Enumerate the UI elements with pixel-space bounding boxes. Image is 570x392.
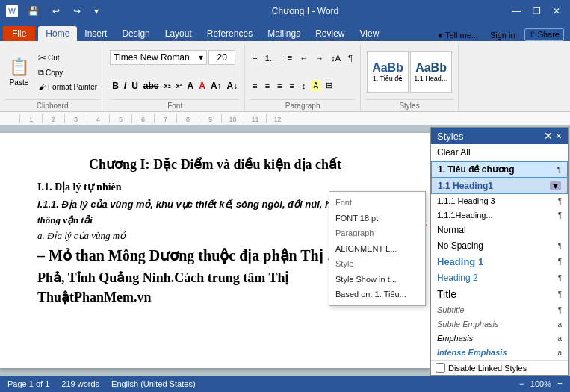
indent-inc-button[interactable]: → — [312, 52, 326, 64]
bold-button[interactable]: B — [110, 80, 121, 92]
numbering-button[interactable]: 1. — [262, 52, 275, 64]
sort-button[interactable]: ↕A — [328, 52, 344, 64]
style-item-intense-em[interactable]: Intense Emphasis a — [431, 346, 568, 360]
style-item-h1[interactable]: Heading 1 ¶ — [431, 254, 568, 270]
align-left-button[interactable]: ≡ — [250, 80, 260, 92]
redo-button[interactable]: ↪ — [69, 4, 84, 18]
tab-design[interactable]: Design — [114, 26, 157, 41]
style-item-heading4[interactable]: 1.1.1Heading... ¶ — [431, 208, 568, 223]
close-button[interactable]: ✕ — [549, 4, 564, 18]
style-item-heading3[interactable]: 1.1.1 Heading 3 ¶ — [431, 194, 568, 208]
format-painter-button[interactable]: 🖌 Format Painter — [35, 81, 100, 93]
share-button[interactable]: ⇧ Share — [524, 28, 564, 41]
font-row2: B I U abc x₂ x² A A A↑ A↓ — [110, 72, 240, 99]
zoom-level: 100% — [530, 379, 551, 388]
paragraph-label: Paragraph — [250, 99, 356, 111]
tab-references[interactable]: References — [199, 26, 260, 41]
tab-review[interactable]: Review — [308, 26, 352, 41]
zoom-out-button[interactable]: − — [519, 379, 524, 389]
clear-all-button[interactable]: Clear All — [431, 144, 568, 161]
subscript-button[interactable]: x₂ — [162, 81, 173, 90]
font-group: Times New Roman ▾ 20 B I U abc x₂ x² A A… — [105, 44, 245, 111]
style-item-nospacing[interactable]: No Spacing ¶ — [431, 238, 568, 254]
customize-button[interactable]: ▾ — [90, 4, 102, 18]
sign-in-button[interactable]: Sign in — [490, 31, 515, 40]
style-label-h1: Heading 1 — [437, 256, 483, 267]
bullets-button[interactable]: ≡ — [250, 52, 260, 64]
underline-button[interactable]: U — [129, 80, 140, 92]
copy-button[interactable]: ⧉ Copy — [35, 66, 100, 79]
style-item-tieude[interactable]: 1. Tiêu đề chương ¶ — [431, 161, 568, 178]
status-left: Page 1 of 1 219 words English (United St… — [7, 379, 196, 388]
style-label-emphasis: Emphasis — [437, 334, 473, 343]
ruler-mark: 9 — [199, 114, 221, 123]
style-swatch-heading2[interactable]: AaBb 1.1 Head… — [410, 51, 452, 93]
align-right-button[interactable]: ≡ — [274, 80, 285, 92]
styles-panel-close-button[interactable]: ✕ × — [544, 130, 562, 142]
show-para-button[interactable]: ¶ — [345, 52, 356, 64]
style-item-subtitle[interactable]: Subtitle ¶ — [431, 303, 568, 317]
style-indicator-subtle-em: a — [557, 320, 562, 329]
strikethrough-button[interactable]: abc — [141, 80, 161, 92]
style-label-heading3: 1.1.1 Heading 3 — [437, 196, 495, 205]
copy-icon: ⧉ — [38, 68, 44, 78]
style-dropdown-heading1[interactable]: ▼ — [550, 181, 561, 190]
ribbon-content: 📋 Paste ✂ Cut ⧉ Copy 🖌 Format Painter Cl… — [0, 41, 570, 112]
paste-button[interactable]: 📋 Paste — [4, 55, 34, 89]
ruler-marks: 1 2 3 4 5 6 7 8 9 10 11 12 — [1, 114, 569, 123]
minimize-button[interactable]: — — [508, 4, 524, 18]
style-item-normal[interactable]: Normal — [431, 223, 568, 238]
tab-insert[interactable]: Insert — [77, 26, 114, 41]
ruler-mark: 4 — [87, 114, 109, 123]
superscript-button[interactable]: x² — [174, 81, 185, 90]
tooltip-row-font-value: FONT 18 pt — [329, 211, 425, 226]
style-swatch-heading1[interactable]: AaBb 1. Tiêu đề — [367, 51, 409, 93]
font-color-button[interactable]: A — [196, 80, 208, 92]
swatch-preview-2: AaBb — [415, 61, 447, 75]
style-indicator-subtitle: ¶ — [558, 306, 562, 314]
styles-group: AaBb 1. Tiêu đề AaBb 1.1 Head… Styles — [361, 44, 459, 111]
shading-button[interactable]: A — [310, 80, 321, 91]
font-size-grow-button[interactable]: A↑ — [208, 80, 224, 92]
tab-layout[interactable]: Layout — [158, 26, 199, 41]
tab-view[interactable]: View — [353, 26, 387, 41]
ruler-mark: 10 — [221, 114, 244, 123]
restore-button[interactable]: ❐ — [529, 4, 545, 18]
tab-home[interactable]: Home — [38, 26, 77, 41]
font-name-dropdown-icon: ▾ — [199, 52, 203, 63]
style-item-heading1[interactable]: 1.1 Heading1 ▼ — [431, 178, 568, 194]
style-indicator-nospacing: ¶ — [558, 242, 562, 250]
swatch-preview-1: AaBb — [372, 61, 403, 75]
page-info: Page 1 of 1 — [7, 379, 49, 388]
multilevel-button[interactable]: ⋮≡ — [276, 52, 295, 64]
style-item-h2[interactable]: Heading 2 ¶ — [431, 270, 568, 286]
borders-button[interactable]: ⊞ — [323, 79, 335, 92]
italic-button[interactable]: I — [122, 80, 128, 92]
clear-format-button[interactable]: A — [185, 80, 196, 92]
font-size-selector[interactable]: 20 — [208, 50, 235, 65]
tooltip-row-based-on: Based on: 1. Tiêu... — [329, 287, 425, 302]
styles-panel-header: Styles ✕ × — [431, 128, 568, 144]
save-button[interactable]: 💾 — [24, 4, 43, 18]
indent-dec-button[interactable]: ← — [297, 52, 311, 64]
align-center-button[interactable]: ≡ — [262, 80, 273, 92]
tell-me-bar[interactable]: ♦ Tell me... Sign in ⇧ Share — [438, 28, 564, 41]
tab-mailings[interactable]: Mailings — [260, 26, 308, 41]
style-item-subtle-em[interactable]: Subtle Emphasis a — [431, 317, 568, 332]
style-item-emphasis[interactable]: Emphasis a — [431, 332, 568, 346]
font-row1: Times New Roman ▾ 20 — [110, 44, 240, 71]
style-item-title[interactable]: Title ¶ — [431, 286, 568, 303]
font-size-shrink-button[interactable]: A↓ — [225, 80, 241, 92]
disable-linked-styles-checkbox[interactable] — [436, 363, 445, 373]
style-label-subtitle: Subtitle — [437, 305, 465, 314]
clipboard-row: 📋 Paste ✂ Cut ⧉ Copy 🖌 Format Painter — [4, 44, 100, 99]
styles-panel-body[interactable]: Clear All 1. Tiêu đề chương ¶ 1.1 Headin… — [431, 144, 568, 360]
justify-button[interactable]: ≡ — [287, 80, 297, 92]
cut-button[interactable]: ✂ Cut — [35, 51, 100, 65]
zoom-in-button[interactable]: + — [557, 379, 563, 389]
undo-button[interactable]: ↩ — [49, 4, 63, 18]
line-spacing-button[interactable]: ↕ — [299, 80, 309, 92]
styles-label: Styles — [365, 99, 453, 111]
tab-file[interactable]: File — [3, 26, 35, 41]
font-name-selector[interactable]: Times New Roman ▾ — [110, 50, 207, 65]
